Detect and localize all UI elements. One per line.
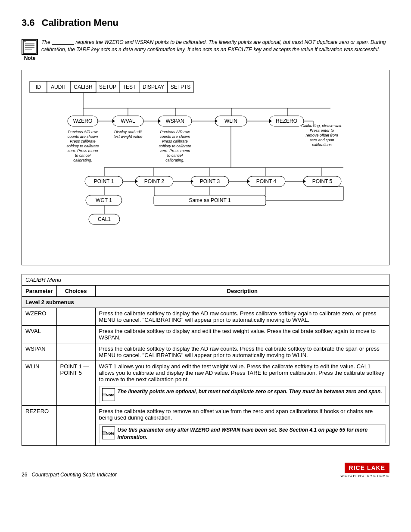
svg-text:Previous A/D raw: Previous A/D raw — [160, 130, 190, 134]
svg-text:to cancel: to cancel — [167, 153, 183, 158]
param-wspan: WSPAN — [22, 343, 57, 361]
svg-text:WGT 1: WGT 1 — [96, 197, 112, 203]
svg-text:Press enter to: Press enter to — [310, 128, 334, 133]
wlin-note-text: The linearity points are optional, but m… — [118, 388, 382, 395]
svg-text:calibrations: calibrations — [312, 143, 332, 147]
rezero-note-icon: Note — [102, 426, 115, 439]
choices-wlin: POINT 1 —POINT 5 — [56, 361, 95, 406]
desc-wlin: WGT 1 allows you to display and edit the… — [95, 361, 389, 406]
desc-rezero: Press the calibrate softkey to remove an… — [95, 406, 389, 446]
calibr-table: CALIBR Menu Parameter Choices Descriptio… — [22, 274, 389, 446]
desc-wval: Press the calibrate softkey to display a… — [95, 326, 389, 343]
choices-rezero — [56, 406, 95, 446]
svg-rect-0 — [23, 40, 36, 53]
table-title: CALIBR Menu — [22, 274, 389, 286]
page-header: 3.6Calibration Menu — [22, 17, 389, 28]
svg-text:Calibrating, please wait.: Calibrating, please wait. — [301, 124, 342, 128]
footer-text: Counterpart Counting Scale Indicator — [31, 472, 116, 478]
svg-text:POINT 5: POINT 5 — [312, 178, 333, 184]
diagram-svg: ID AUDIT CALIBR SETUP TEST DISPLAY SETPT… — [29, 77, 399, 258]
table-row: WLIN POINT 1 —POINT 5 WGT 1 allows you t… — [22, 361, 389, 406]
svg-text:ID: ID — [36, 84, 41, 90]
section-number: 3.6 — [22, 17, 35, 28]
svg-text:TEST: TEST — [123, 84, 136, 90]
svg-text:zero and span: zero and span — [309, 138, 334, 142]
svg-text:Previous A/D raw: Previous A/D raw — [68, 130, 98, 134]
param-wlin: WLIN — [22, 361, 57, 406]
svg-text:POINT 1: POINT 1 — [94, 178, 114, 184]
svg-text:calibrating.: calibrating. — [73, 158, 92, 162]
svg-text:counts are shown: counts are shown — [160, 134, 190, 139]
svg-text:REZERO: REZERO — [276, 118, 297, 124]
table-row: WSPAN Press the calibrate softkey to dis… — [22, 343, 389, 361]
choices-wval — [56, 326, 95, 343]
svg-text:WVAL: WVAL — [121, 118, 135, 124]
svg-text:softkey to calibrate: softkey to calibrate — [66, 144, 99, 148]
svg-text:SETPTS: SETPTS — [171, 84, 191, 90]
svg-text:Press calibrate: Press calibrate — [70, 139, 96, 143]
rezero-note: Note Use this parameter only after WZERO… — [99, 424, 386, 443]
col-header-desc: Description — [95, 286, 389, 297]
svg-text:Same as POINT 1: Same as POINT 1 — [189, 197, 230, 203]
rezero-note-text: Use this parameter only after WZERO and … — [118, 426, 383, 441]
svg-text:DISPLAY: DISPLAY — [143, 84, 164, 90]
page-footer: 26 Counterpart Counting Scale Indicator … — [22, 459, 389, 478]
svg-text:remove offset from: remove offset from — [305, 133, 338, 137]
footer-left: 26 Counterpart Counting Scale Indicator — [22, 472, 117, 478]
desc-wspan: Press the calibrate softkey to display t… — [95, 343, 389, 361]
desc-wzero: Press the calibrate softkey to display t… — [95, 308, 389, 326]
svg-text:POINT 3: POINT 3 — [200, 178, 220, 184]
footer-logo: RICE LAKE WEIGHING SYSTEMS — [340, 463, 389, 478]
page-title: Calibration Menu — [42, 17, 118, 28]
wlin-note: Note The linearity points are optional, … — [99, 386, 386, 403]
note-text: The requires the WZERO and WSPAN points … — [41, 39, 389, 53]
svg-text:calibrating.: calibrating. — [165, 158, 184, 162]
svg-text:WZERO: WZERO — [73, 118, 93, 124]
table-row: WVAL Press the calibrate softkey to disp… — [22, 326, 389, 343]
svg-text:to cancel: to cancel — [75, 153, 91, 158]
choices-wspan — [56, 343, 95, 361]
wlin-note-icon: Note — [102, 388, 115, 401]
svg-rect-107 — [103, 393, 106, 396]
note-box: Note The requires the WZERO and WSPAN po… — [22, 39, 389, 61]
col-header-choices: Choices — [56, 286, 95, 297]
svg-text:Press calibrate: Press calibrate — [162, 139, 188, 143]
param-rezero: REZERO — [22, 406, 57, 446]
note-icon-container: Note — [22, 39, 38, 61]
svg-text:AUDIT: AUDIT — [51, 84, 67, 90]
brand-sub: WEIGHING SYSTEMS — [340, 474, 389, 478]
brand-name: RICE LAKE — [345, 463, 389, 473]
table-row: REZERO Press the calibrate softkey to re… — [22, 406, 389, 446]
table-row: WZERO Press the calibrate softkey to dis… — [22, 308, 389, 326]
svg-text:SETUP: SETUP — [99, 84, 116, 90]
svg-text:POINT 4: POINT 4 — [256, 178, 277, 184]
param-wval: WVAL — [22, 326, 57, 343]
svg-rect-112 — [103, 431, 106, 434]
table-subheader: Level 2 submenus — [22, 297, 389, 308]
svg-text:WSPAN: WSPAN — [165, 118, 184, 124]
svg-text:WLIN: WLIN — [224, 118, 237, 124]
svg-text:counts are shown: counts are shown — [68, 134, 98, 139]
page-number: 26 — [22, 472, 27, 478]
svg-text:Display and edit: Display and edit — [114, 130, 142, 134]
note-label: Note — [24, 55, 36, 61]
note-icon — [22, 39, 38, 55]
svg-text:CAL1: CAL1 — [98, 216, 111, 222]
col-header-param: Parameter — [22, 286, 57, 297]
choices-wzero — [56, 308, 95, 326]
svg-text:test weight value: test weight value — [113, 134, 142, 139]
param-wzero: WZERO — [22, 308, 57, 326]
diagram-area: ID AUDIT CALIBR SETUP TEST DISPLAY SETPT… — [29, 77, 380, 258]
svg-text:POINT 2: POINT 2 — [144, 178, 165, 184]
svg-text:CALIBR: CALIBR — [74, 84, 93, 90]
svg-text:softkey to calibrate: softkey to calibrate — [159, 144, 191, 148]
svg-text:zero. Press menu: zero. Press menu — [159, 149, 190, 153]
diagram-container: ID AUDIT CALIBR SETUP TEST DISPLAY SETPT… — [22, 70, 389, 265]
svg-text:zero. Press menu: zero. Press menu — [67, 149, 98, 153]
